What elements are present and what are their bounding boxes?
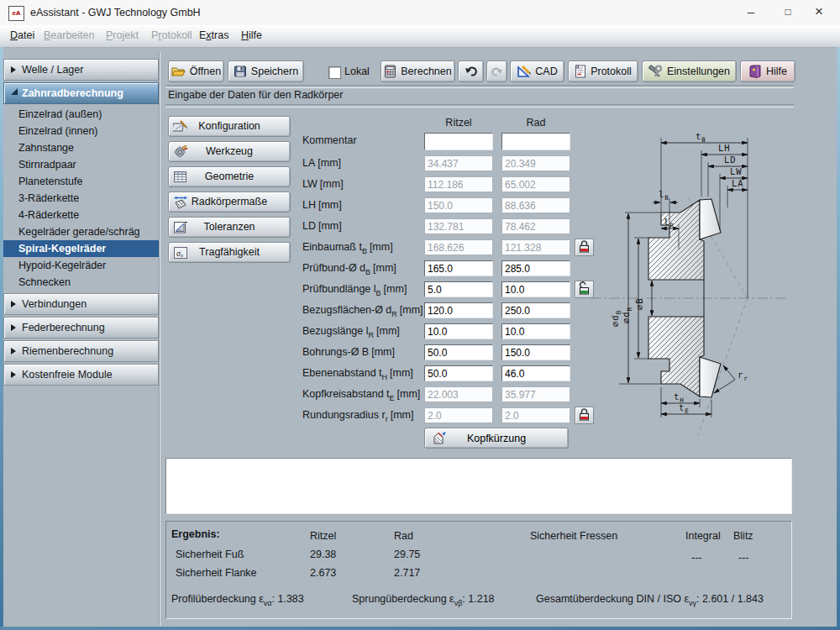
- menu-hilfe[interactable]: Hilfe: [238, 25, 265, 46]
- einbaumass-rad-input: [501, 239, 570, 255]
- bevel-gear-drawing: tB LH LD LW LA lB lR ∅dB ∅dR ∅B tH tE rr: [588, 113, 806, 437]
- tip-relief-icon: [432, 431, 447, 446]
- svg-text:∅dR: ∅dR: [621, 307, 633, 323]
- kommentar-rad-input[interactable]: [501, 133, 570, 150]
- ld-ritzel-input: [424, 218, 493, 234]
- titlebar: eA eAssistant - GWJ Technology GmbH – □ …: [0, 0, 840, 26]
- sidebar-section-zahnradberechnung[interactable]: Zahnradberechnung: [3, 82, 159, 104]
- expanded-arrow-icon: [11, 88, 18, 95]
- results-title: Ergebnis:: [171, 528, 220, 540]
- window-frame-left: [0, 47, 3, 630]
- menu-extras[interactable]: Extras: [196, 25, 232, 46]
- redo-icon: [491, 66, 503, 77]
- ebenenabstand-ritzel-input[interactable]: [424, 365, 493, 381]
- field-label: Bezugslänge lR[mm]: [302, 325, 400, 339]
- menu-datei[interactable]: Datei: [7, 25, 38, 46]
- field-label: Kommentar: [302, 134, 360, 149]
- bezugslaenge-rad-input[interactable]: [501, 323, 570, 339]
- lw-ritzel-input: [424, 176, 493, 192]
- svg-text:∅B: ∅B: [634, 297, 644, 310]
- svg-text:tB: tB: [696, 131, 706, 144]
- sidebar-separator: [159, 52, 160, 626]
- tools-icon: [648, 65, 663, 78]
- kopfkreisabstand-ritzel-input: [424, 386, 493, 402]
- app-window: eA eAssistant - GWJ Technology GmbH – □ …: [0, 0, 840, 630]
- field-label: Rundungsradius rr[mm]: [302, 409, 413, 423]
- kopfkuerzung-button[interactable]: Kopfkürzung: [424, 428, 569, 449]
- field-label: Prüfbundlänge lB[mm]: [302, 283, 407, 297]
- result-value: 2.717: [394, 567, 420, 579]
- calculator-icon: [384, 65, 396, 78]
- folder-open-icon: [171, 65, 186, 78]
- result-value: 29.75: [394, 549, 420, 560]
- rundungsradius-rad-input: [501, 407, 570, 423]
- pruefbund-rad-input[interactable]: [501, 260, 570, 276]
- sidebar-item-einzelrad-aussen[interactable]: Einzelrad (außen): [3, 106, 159, 123]
- sprungueberdeckung: Sprungüberdeckung εvβ: 1.218: [352, 593, 495, 607]
- lh-rad-input: [501, 197, 570, 213]
- la-ritzel-input: [424, 155, 493, 171]
- bohrung-ritzel-input[interactable]: [424, 344, 493, 360]
- ld-rad-input: [501, 218, 570, 234]
- cad-button[interactable]: CAD: [510, 60, 564, 82]
- bezugsflaechen-rad-input[interactable]: [501, 302, 570, 318]
- menu-bearbeiten: Bearbeiten: [40, 25, 97, 46]
- pruefbundlaenge-rad-input[interactable]: [501, 281, 570, 297]
- settings-button[interactable]: Einstellungen: [642, 60, 737, 82]
- bezugsflaechen-ritzel-input[interactable]: [424, 302, 493, 318]
- result-row-label: Sicherheit Flanke: [176, 567, 257, 579]
- svg-text:LD: LD: [724, 155, 737, 165]
- result-row-label: Sicherheit Fuß: [176, 549, 244, 560]
- svg-text:rr: rr: [738, 370, 748, 382]
- results-panel: Ergebnis: Ritzel Rad Sicherheit Fressen …: [165, 521, 792, 619]
- svg-text:tE: tE: [679, 402, 690, 415]
- field-label: LA[mm]: [302, 157, 341, 171]
- book-icon: [748, 65, 762, 78]
- field-label: Einbaumaß tB[mm]: [302, 241, 393, 255]
- redo-button: [486, 60, 507, 82]
- results-col-ritzel: Ritzel: [310, 530, 336, 542]
- floppy-disk-icon: [234, 65, 247, 78]
- menu-projekt: Projekt: [102, 25, 142, 46]
- bezugslaenge-ritzel-input[interactable]: [424, 323, 493, 339]
- result-value: 29.38: [310, 549, 336, 560]
- undo-icon: [465, 66, 478, 77]
- undo-button[interactable]: [458, 60, 484, 82]
- cad-icon: [517, 65, 531, 78]
- kopfkreisabstand-rad-input: [501, 386, 570, 402]
- results-col-rad: Rad: [394, 530, 413, 542]
- bohrung-rad-input[interactable]: [501, 344, 570, 360]
- column-header-ritzel: Ritzel: [424, 117, 493, 129]
- message-area: [165, 458, 792, 514]
- menu-protokoll: Protokoll: [148, 25, 196, 46]
- help-button[interactable]: Hilfe: [740, 60, 795, 82]
- rundungsradius-ritzel-input: [424, 407, 493, 423]
- svg-text:LH: LH: [718, 143, 731, 153]
- column-header-rad: Rad: [501, 117, 570, 129]
- field-label: LW[mm]: [302, 178, 344, 192]
- lw-rad-input: [501, 176, 570, 192]
- field-label: LH[mm]: [302, 199, 342, 213]
- field-label: Ebenenabstand tH[mm]: [302, 367, 413, 381]
- save-button[interactable]: Speichern: [228, 60, 304, 82]
- close-button[interactable]: ×: [806, 0, 832, 25]
- ebenenabstand-rad-input[interactable]: [501, 365, 570, 381]
- field-label: LD[mm]: [302, 220, 342, 234]
- pruefbund-ritzel-input[interactable]: [424, 260, 493, 276]
- kommentar-ritzel-input[interactable]: [424, 133, 493, 150]
- protocol-button[interactable]: Protokoll: [568, 60, 638, 82]
- open-button[interactable]: Öffnen: [168, 60, 224, 82]
- result-value: ---: [691, 552, 702, 564]
- results-col-fressen: Sicherheit Fressen: [530, 530, 617, 542]
- svg-text:LW: LW: [730, 166, 743, 176]
- result-value: 2.673: [310, 567, 336, 579]
- sidebar-section-welle-lager[interactable]: Welle / Lager: [3, 59, 159, 81]
- pruefbundlaenge-ritzel-input[interactable]: [424, 281, 493, 297]
- window-frame-right: [837, 47, 840, 630]
- local-checkbox[interactable]: [328, 66, 341, 79]
- menubar: Datei Bearbeiten Projekt Protokoll Extra…: [0, 25, 840, 48]
- minimize-button[interactable]: –: [738, 0, 764, 25]
- svg-text:lB: lB: [659, 189, 669, 202]
- calculate-button[interactable]: Berechnen: [381, 60, 455, 82]
- maximize-button[interactable]: □: [774, 0, 801, 25]
